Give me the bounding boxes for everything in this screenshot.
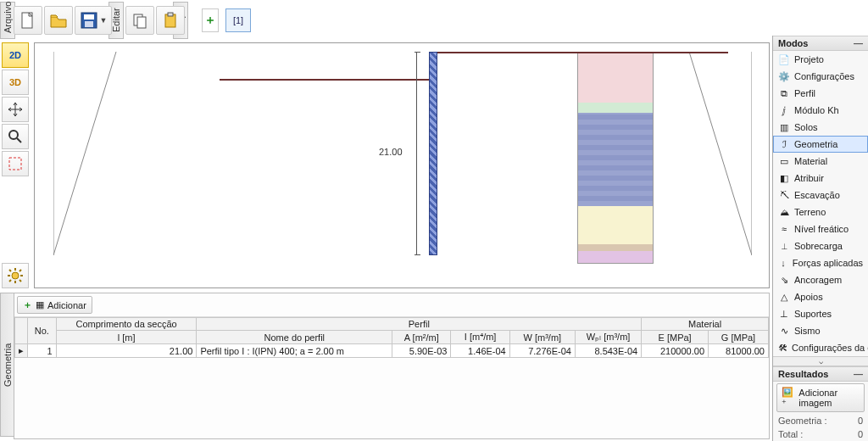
mode-item-material[interactable]: ▭Material (773, 153, 868, 170)
mode-item-label: Suportes (794, 309, 832, 319)
mode-item-label: Projeto (794, 54, 824, 64)
row-handle[interactable]: ▸ (15, 344, 28, 358)
mode-item-perfil[interactable]: ⧉Perfil (773, 85, 868, 102)
add-image-button[interactable]: 🖼️⁺ Adicionar imagem (776, 383, 865, 412)
cell-nome: Perfil tipo I : I(IPN) 400; a = 2.00 m (197, 344, 392, 358)
result-stat-geometria: Geometria :0 (773, 414, 868, 427)
svg-rect-7 (168, 13, 173, 16)
mode-item-label: Ancoragem (794, 275, 842, 285)
soil-layer-3 (577, 113, 654, 206)
col-group-len: Comprimento da secção (56, 318, 197, 331)
soil-layer-6 (577, 251, 654, 264)
perfil-icon: ⧉ (778, 87, 790, 99)
cell-W: 7.276E-04 (509, 344, 575, 358)
svg-line-17 (19, 280, 21, 282)
col-A: A [m²/m] (392, 331, 451, 344)
table-row[interactable]: ▸121.00Perfil tipo I : I(IPN) 400; a = 2… (15, 344, 769, 358)
forcas-icon: ↓ (778, 257, 788, 269)
mode-item-suportes[interactable]: ⊥Suportes (773, 305, 868, 322)
mode-item-projeto[interactable]: 📄Projeto (773, 51, 868, 68)
mode-item-sobrecarga[interactable]: ⟂Sobrecarga (773, 237, 868, 254)
col-group-perfil: Perfil (197, 318, 642, 331)
mode-item-atribuir[interactable]: ◧Atribuir (773, 170, 868, 187)
mode-item-label: Terreno (794, 207, 826, 217)
mode-item-terreno[interactable]: ⛰Terreno (773, 204, 868, 220)
gear-icon (7, 267, 24, 284)
svg-rect-3 (85, 21, 93, 27)
magnifier-icon (8, 129, 23, 144)
mode-item-label: Sobrecarga (794, 241, 843, 251)
freatico-icon: ≈ (778, 223, 790, 235)
left-frame-outline (53, 52, 123, 255)
mode-item-label: Escavação (794, 190, 840, 200)
move-icon (8, 102, 23, 117)
paste-button[interactable] (156, 6, 185, 35)
mode-item-forcas[interactable]: ↓Forças aplicadas (773, 254, 868, 271)
chevron-down-icon: ▼ (100, 16, 108, 25)
cell-l: 21.00 (56, 344, 197, 358)
collapse-results-button[interactable]: — (854, 369, 863, 379)
svg-line-19 (9, 280, 11, 282)
svg-line-9 (17, 138, 21, 142)
new-file-icon (19, 11, 36, 30)
copy-button[interactable] (125, 6, 154, 35)
expand-toggle[interactable]: ⌵ (773, 356, 868, 366)
zoom-button[interactable] (2, 124, 29, 149)
settings-button[interactable] (2, 263, 29, 288)
mode-item-escavacao[interactable]: ⛏Escavação (773, 187, 868, 204)
geometria-icon: ℐ (778, 138, 790, 150)
svg-rect-5 (137, 17, 146, 28)
geometry-table-area: ＋ ▦ Adicionar No. Comprimento da secção … (14, 293, 770, 439)
soil-layer-5 (577, 244, 654, 251)
view-toolbar: 2D 3D (2, 42, 32, 176)
soil-layer-1 (577, 53, 654, 103)
svg-line-18 (19, 270, 21, 271)
save-button[interactable]: ▼ (75, 6, 112, 35)
right-frame-outline (682, 52, 752, 255)
mode-item-config[interactable]: ⚙️Configurações (773, 68, 868, 85)
mode-item-label: Forças aplicadas (793, 258, 863, 268)
copy-icon (131, 12, 148, 29)
escavacao-icon: ⛏ (778, 189, 790, 201)
fit-extents-button[interactable] (2, 151, 29, 176)
view-3d-button[interactable]: 3D (2, 70, 29, 95)
svg-rect-10 (9, 158, 21, 170)
geometry-table[interactable]: No. Comprimento da secção Perfil Materia… (14, 317, 769, 358)
soil-layer-2 (577, 103, 654, 113)
mode-item-label: Configurações da etapa (792, 343, 868, 353)
mode-item-modulokh[interactable]: ⅉMódulo Kh (773, 102, 868, 119)
new-file-button[interactable] (14, 6, 42, 35)
col-I: I [m⁴/m] (451, 331, 509, 344)
sobrecarga-icon: ⟂ (778, 240, 790, 252)
mode-item-apoios[interactable]: △Apoios (773, 288, 868, 305)
pan-button[interactable] (2, 97, 29, 122)
mode-item-label: Sismo (794, 326, 821, 336)
col-group-material: Material (642, 318, 769, 331)
add-row-button[interactable]: ＋ ▦ Adicionar (17, 296, 92, 314)
mode-item-label: Atribuir (794, 173, 824, 183)
view-2d-button[interactable]: 2D (2, 42, 29, 68)
svg-rect-2 (84, 14, 94, 20)
mode-item-sismo[interactable]: ∿Sismo (773, 322, 868, 339)
mode-item-label: Solos (794, 122, 818, 132)
drawing-canvas[interactable]: 21.00 (34, 42, 770, 288)
mode-item-cfgetapa[interactable]: 🛠Configurações da etapa (773, 339, 868, 356)
apoios-icon: △ (778, 291, 790, 303)
mode-item-geometria[interactable]: ℐGeometria (773, 136, 868, 153)
mode-item-solos[interactable]: ▥Solos (773, 119, 868, 136)
mode-item-ancoragem[interactable]: ⇘Ancoragem (773, 271, 868, 288)
stage-tab-1[interactable]: [1] (225, 8, 251, 32)
sismo-icon: ∿ (778, 325, 790, 337)
right-panel: Modos — 📄Projeto⚙️Configurações⧉PerfilⅉM… (772, 36, 868, 441)
collapse-modes-button[interactable]: — (854, 38, 863, 48)
open-file-button[interactable] (44, 6, 73, 35)
projeto-icon: 📄 (778, 53, 790, 65)
sheet-pile-wall (429, 52, 437, 255)
extents-icon (8, 156, 23, 171)
mode-item-freatico[interactable]: ≈Nível freático (773, 220, 868, 237)
add-stage-button[interactable]: ＋ (202, 8, 219, 32)
cell-I: 1.46E-04 (451, 344, 509, 358)
dimension-line (416, 52, 417, 255)
col-l: l [m] (56, 331, 197, 344)
plus-icon: ＋ (23, 299, 32, 311)
